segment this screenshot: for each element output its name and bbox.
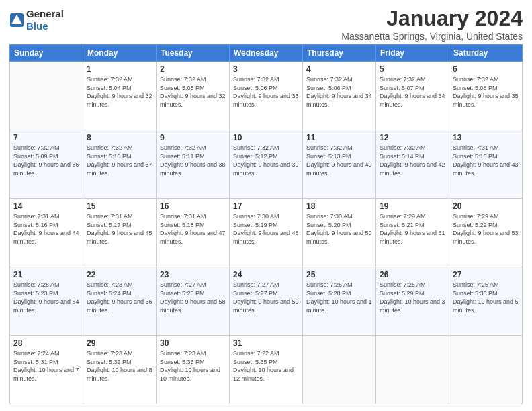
day-number: 1 — [87, 64, 152, 74]
day-info: Sunrise: 7:32 AMSunset: 5:04 PMDaylight:… — [87, 75, 152, 109]
calendar-day-cell: 17Sunrise: 7:30 AMSunset: 5:19 PMDayligh… — [230, 199, 303, 267]
calendar-day-cell: 2Sunrise: 7:32 AMSunset: 5:05 PMDaylight… — [157, 62, 230, 130]
day-number: 27 — [453, 270, 519, 279]
header-row: General Blue January 2024 Massanetta Spr… — [9, 7, 523, 42]
day-number: 11 — [306, 133, 372, 142]
logo-text: General Blue — [26, 8, 64, 32]
calendar-table: SundayMondayTuesdayWednesdayThursdayFrid… — [9, 44, 523, 404]
day-number: 19 — [380, 201, 445, 211]
day-info: Sunrise: 7:29 AMSunset: 5:22 PMDaylight:… — [453, 212, 519, 246]
calendar-day-cell: 14Sunrise: 7:31 AMSunset: 5:16 PMDayligh… — [10, 199, 83, 267]
calendar-day-cell: 22Sunrise: 7:28 AMSunset: 5:24 PMDayligh… — [83, 267, 157, 336]
day-number: 18 — [306, 201, 372, 211]
day-info: Sunrise: 7:23 AMSunset: 5:33 PMDaylight:… — [160, 349, 226, 383]
calendar-day-cell: 20Sunrise: 7:29 AMSunset: 5:22 PMDayligh… — [449, 199, 523, 267]
day-number: 28 — [13, 338, 79, 348]
day-number: 2 — [160, 64, 226, 74]
day-number: 21 — [13, 270, 79, 279]
day-number: 7 — [13, 133, 79, 142]
weekday-header: Thursday — [303, 45, 376, 62]
day-info: Sunrise: 7:27 AMSunset: 5:27 PMDaylight:… — [233, 281, 299, 314]
day-info: Sunrise: 7:31 AMSunset: 5:17 PMDaylight:… — [87, 212, 152, 246]
day-number: 24 — [233, 270, 299, 279]
day-info: Sunrise: 7:32 AMSunset: 5:07 PMDaylight:… — [380, 75, 445, 109]
logo-blue: Blue — [26, 20, 48, 32]
day-number: 15 — [87, 201, 152, 211]
day-number: 3 — [233, 64, 299, 74]
day-info: Sunrise: 7:32 AMSunset: 5:08 PMDaylight:… — [453, 75, 519, 109]
day-info: Sunrise: 7:29 AMSunset: 5:21 PMDaylight:… — [380, 212, 445, 246]
calendar-day-cell: 30Sunrise: 7:23 AMSunset: 5:33 PMDayligh… — [157, 336, 230, 404]
day-number: 8 — [87, 133, 152, 142]
calendar-day-cell: 11Sunrise: 7:32 AMSunset: 5:13 PMDayligh… — [303, 130, 376, 199]
day-info: Sunrise: 7:31 AMSunset: 5:18 PMDaylight:… — [160, 212, 226, 246]
day-info: Sunrise: 7:27 AMSunset: 5:25 PMDaylight:… — [160, 281, 226, 314]
day-number: 5 — [380, 64, 445, 74]
day-info: Sunrise: 7:32 AMSunset: 5:06 PMDaylight:… — [233, 75, 299, 109]
day-number: 20 — [453, 201, 519, 211]
day-info: Sunrise: 7:32 AMSunset: 5:06 PMDaylight:… — [306, 75, 372, 109]
calendar-day-cell: 15Sunrise: 7:31 AMSunset: 5:17 PMDayligh… — [83, 199, 157, 267]
day-info: Sunrise: 7:32 AMSunset: 5:10 PMDaylight:… — [87, 144, 152, 177]
day-info: Sunrise: 7:32 AMSunset: 5:12 PMDaylight:… — [233, 144, 299, 177]
day-number: 25 — [306, 270, 372, 279]
location-title: Massanetta Springs, Virginia, United Sta… — [341, 31, 523, 42]
day-info: Sunrise: 7:32 AMSunset: 5:11 PMDaylight:… — [160, 144, 226, 177]
weekday-header: Tuesday — [157, 45, 230, 62]
calendar-day-cell: 6Sunrise: 7:32 AMSunset: 5:08 PMDaylight… — [449, 62, 523, 130]
calendar-day-cell: 3Sunrise: 7:32 AMSunset: 5:06 PMDaylight… — [230, 62, 303, 130]
calendar-day-cell: 9Sunrise: 7:32 AMSunset: 5:11 PMDaylight… — [157, 130, 230, 199]
logo-icon — [9, 13, 24, 28]
day-info: Sunrise: 7:30 AMSunset: 5:19 PMDaylight:… — [233, 212, 299, 246]
calendar-day-cell: 26Sunrise: 7:25 AMSunset: 5:29 PMDayligh… — [376, 267, 449, 336]
day-info: Sunrise: 7:23 AMSunset: 5:32 PMDaylight:… — [87, 349, 152, 383]
day-info: Sunrise: 7:24 AMSunset: 5:31 PMDaylight:… — [13, 349, 79, 383]
day-number: 17 — [233, 201, 299, 211]
day-number: 14 — [13, 201, 79, 211]
calendar-day-cell: 4Sunrise: 7:32 AMSunset: 5:06 PMDaylight… — [303, 62, 376, 130]
day-number: 16 — [160, 201, 226, 211]
day-info: Sunrise: 7:28 AMSunset: 5:23 PMDaylight:… — [13, 281, 79, 314]
calendar-week-row: 7Sunrise: 7:32 AMSunset: 5:09 PMDaylight… — [10, 130, 523, 199]
calendar-day-cell: 16Sunrise: 7:31 AMSunset: 5:18 PMDayligh… — [157, 199, 230, 267]
day-info: Sunrise: 7:25 AMSunset: 5:30 PMDaylight:… — [453, 281, 519, 314]
calendar-day-cell: 7Sunrise: 7:32 AMSunset: 5:09 PMDaylight… — [10, 130, 83, 199]
calendar-day-cell: 18Sunrise: 7:30 AMSunset: 5:20 PMDayligh… — [303, 199, 376, 267]
calendar-day-cell: 13Sunrise: 7:31 AMSunset: 5:15 PMDayligh… — [449, 130, 523, 199]
calendar-day-cell: 23Sunrise: 7:27 AMSunset: 5:25 PMDayligh… — [157, 267, 230, 336]
calendar-day-cell: 27Sunrise: 7:25 AMSunset: 5:30 PMDayligh… — [449, 267, 523, 336]
calendar-day-cell — [303, 336, 376, 404]
day-number: 22 — [87, 270, 152, 279]
day-number: 26 — [380, 270, 445, 279]
logo: General Blue — [9, 8, 64, 32]
calendar-day-cell — [449, 336, 523, 404]
weekday-header: Friday — [376, 45, 449, 62]
day-number: 9 — [160, 133, 226, 142]
calendar-day-cell: 29Sunrise: 7:23 AMSunset: 5:32 PMDayligh… — [83, 336, 157, 404]
calendar-day-cell — [10, 62, 83, 130]
day-info: Sunrise: 7:31 AMSunset: 5:15 PMDaylight:… — [453, 144, 519, 177]
weekday-header: Monday — [83, 45, 157, 62]
day-info: Sunrise: 7:26 AMSunset: 5:28 PMDaylight:… — [306, 281, 372, 314]
calendar-day-cell: 25Sunrise: 7:26 AMSunset: 5:28 PMDayligh… — [303, 267, 376, 336]
calendar-week-row: 21Sunrise: 7:28 AMSunset: 5:23 PMDayligh… — [10, 267, 523, 336]
calendar-day-cell: 12Sunrise: 7:32 AMSunset: 5:14 PMDayligh… — [376, 130, 449, 199]
day-number: 13 — [453, 133, 519, 142]
calendar-page: General Blue January 2024 Massanetta Spr… — [0, 0, 532, 411]
calendar-day-cell: 1Sunrise: 7:32 AMSunset: 5:04 PMDaylight… — [83, 62, 157, 130]
day-number: 31 — [233, 338, 299, 348]
logo-general: General — [26, 8, 64, 19]
calendar-day-cell: 28Sunrise: 7:24 AMSunset: 5:31 PMDayligh… — [10, 336, 83, 404]
day-info: Sunrise: 7:28 AMSunset: 5:24 PMDaylight:… — [87, 281, 152, 314]
day-info: Sunrise: 7:30 AMSunset: 5:20 PMDaylight:… — [306, 212, 372, 246]
calendar-day-cell: 21Sunrise: 7:28 AMSunset: 5:23 PMDayligh… — [10, 267, 83, 336]
day-info: Sunrise: 7:32 AMSunset: 5:05 PMDaylight:… — [160, 75, 226, 109]
weekday-header: Sunday — [10, 45, 83, 62]
day-number: 30 — [160, 338, 226, 348]
calendar-week-row: 14Sunrise: 7:31 AMSunset: 5:16 PMDayligh… — [10, 199, 523, 267]
weekday-header: Wednesday — [230, 45, 303, 62]
title-block: January 2024 Massanetta Springs, Virgini… — [341, 7, 523, 42]
day-info: Sunrise: 7:22 AMSunset: 5:35 PMDaylight:… — [233, 349, 299, 383]
calendar-week-row: 28Sunrise: 7:24 AMSunset: 5:31 PMDayligh… — [10, 336, 523, 404]
calendar-day-cell: 19Sunrise: 7:29 AMSunset: 5:21 PMDayligh… — [376, 199, 449, 267]
